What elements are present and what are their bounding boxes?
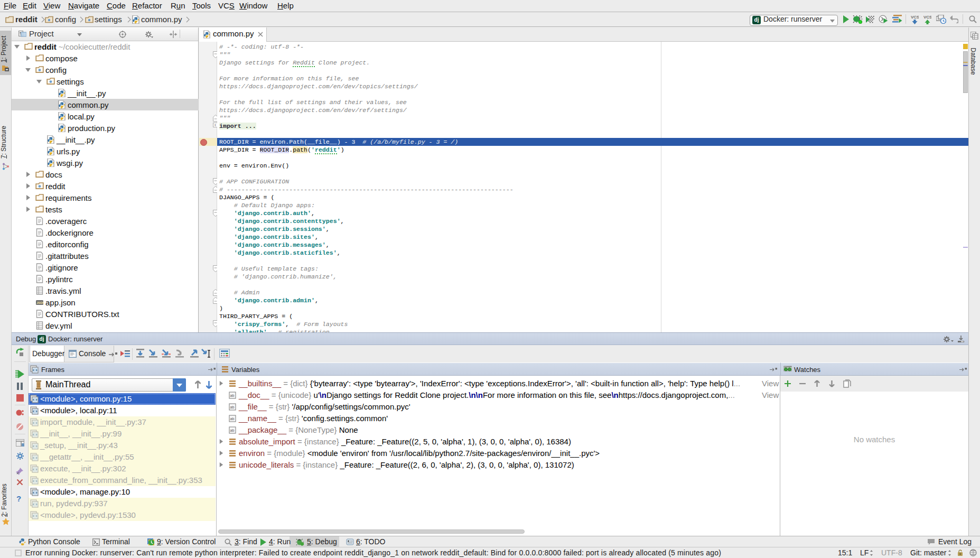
svg-text:VCS: VCS [923, 15, 931, 20]
svg-text:VCS: VCS [911, 15, 919, 20]
